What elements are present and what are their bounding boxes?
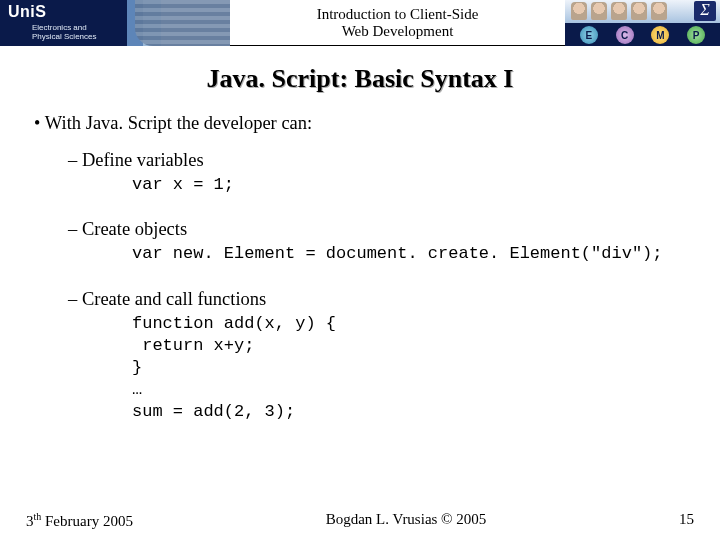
- person-photo: [651, 2, 667, 20]
- list-item: Create and call functions function add(x…: [68, 288, 686, 424]
- item-label: Define variables: [82, 150, 204, 170]
- header-left-block: UniS Electronics and Physical Sciences: [0, 0, 230, 46]
- person-photo: [611, 2, 627, 20]
- header-course-title: Introduction to Client-Side Web Developm…: [230, 0, 565, 45]
- university-logo-text: UniS: [8, 3, 46, 21]
- people-photos: [571, 2, 667, 20]
- code-block: function add(x, y) { return x+y; } … sum…: [68, 313, 686, 423]
- building-graphic: [135, 0, 230, 46]
- slide-header: UniS Electronics and Physical Sciences I…: [0, 0, 720, 46]
- footer-date: 3th February 2005: [26, 511, 133, 530]
- list-item: Define variables var x = 1;: [68, 149, 686, 196]
- person-photo: [631, 2, 647, 20]
- footer-page-number: 15: [679, 511, 694, 530]
- badge-c: C: [616, 26, 634, 44]
- date-rest: February 2005: [41, 513, 133, 529]
- slide-content: With Java. Script the developer can: Def…: [0, 94, 720, 423]
- header-right-block: Σ E C M P: [565, 0, 720, 46]
- badge-m: M: [651, 26, 669, 44]
- person-photo: [591, 2, 607, 20]
- footer-author: Bogdan L. Vrusias © 2005: [326, 511, 487, 530]
- intro-bullet: With Java. Script the developer can: Def…: [34, 112, 686, 423]
- list-item: Create objects var new. Element = docume…: [68, 218, 686, 265]
- dept-line-1: Electronics and: [32, 23, 87, 32]
- slide-footer: 3th February 2005 Bogdan L. Vrusias © 20…: [0, 511, 720, 530]
- date-day: 3: [26, 513, 34, 529]
- badge-p: P: [687, 26, 705, 44]
- header-badges: E C M P: [565, 26, 720, 44]
- course-line-2: Web Development: [342, 23, 454, 40]
- sigma-icon: Σ: [694, 1, 716, 21]
- department-name: Electronics and Physical Sciences: [32, 23, 96, 41]
- dept-line-2: Physical Sciences: [32, 32, 96, 41]
- badge-e: E: [580, 26, 598, 44]
- slide-title: Java. Script: Basic Syntax I: [0, 64, 720, 94]
- code-block: var x = 1;: [68, 174, 686, 196]
- item-label: Create objects: [82, 219, 187, 239]
- person-photo: [571, 2, 587, 20]
- code-block: var new. Element = document. create. Ele…: [68, 243, 686, 265]
- intro-text: With Java. Script the developer can:: [45, 113, 312, 133]
- course-line-1: Introduction to Client-Side: [317, 6, 479, 23]
- item-label: Create and call functions: [82, 289, 266, 309]
